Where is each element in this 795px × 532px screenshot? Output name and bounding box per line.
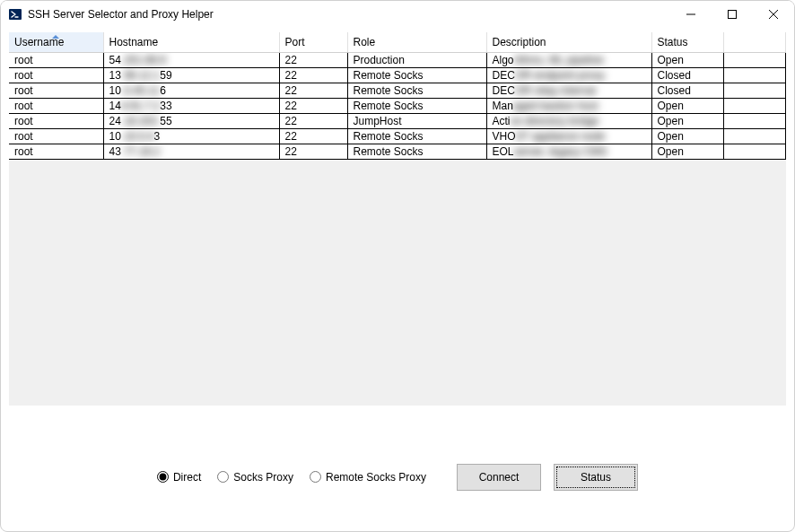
col-header-status[interactable]: Status bbox=[651, 32, 723, 52]
table-row[interactable]: root10.0.45.11622Remote SocksDECOR relay… bbox=[9, 83, 786, 98]
cell-status: Closed bbox=[651, 67, 723, 83]
cell-username: root bbox=[9, 67, 103, 83]
cell-port: 22 bbox=[279, 128, 347, 144]
cell-hostname: 10.0.45.116 bbox=[103, 83, 279, 98]
titlebar: SSH Server Selector and Proxy Helper bbox=[1, 1, 794, 28]
cell-port: 22 bbox=[279, 67, 347, 83]
table-row[interactable]: root144.91.7.23322Remote SocksManaged ba… bbox=[9, 98, 786, 113]
header-row: Username Hostname Port Role Description … bbox=[9, 32, 786, 52]
cell-status: Open bbox=[651, 113, 723, 128]
cell-role: Remote Socks bbox=[347, 98, 486, 113]
powershell-icon bbox=[8, 7, 22, 22]
col-header-pad bbox=[723, 32, 786, 52]
cell-pad bbox=[723, 98, 786, 113]
cell-role: Remote Socks bbox=[347, 128, 486, 144]
cell-pad bbox=[723, 67, 786, 83]
radio-direct[interactable]: Direct bbox=[157, 471, 201, 484]
cell-username: root bbox=[9, 113, 103, 128]
cell-port: 22 bbox=[279, 144, 347, 159]
cell-pad bbox=[723, 52, 786, 67]
cell-pad bbox=[723, 113, 786, 128]
cell-hostname: 13.58.12.159 bbox=[103, 67, 279, 83]
cell-role: Remote Socks bbox=[347, 67, 486, 83]
close-button[interactable] bbox=[753, 1, 794, 28]
cell-description: DECOR relay internal bbox=[486, 83, 651, 98]
cell-hostname: 24.18.203.55 bbox=[103, 113, 279, 128]
cell-hostname: 43.77.19.2 bbox=[103, 144, 279, 159]
cell-username: root bbox=[9, 83, 103, 98]
maximize-button[interactable] bbox=[712, 1, 753, 28]
col-header-description[interactable]: Description bbox=[486, 32, 651, 52]
cell-username: root bbox=[9, 128, 103, 144]
proxy-mode-group: Direct Socks Proxy Remote Socks Proxy bbox=[157, 471, 426, 484]
cell-role: Remote Socks bbox=[347, 144, 486, 159]
col-header-role[interactable]: Role bbox=[347, 32, 486, 52]
col-header-port[interactable]: Port bbox=[279, 32, 347, 52]
cell-role: Production bbox=[347, 52, 486, 67]
cell-hostname: 10.10.0.43 bbox=[103, 128, 279, 144]
cell-description: Managed bastion host bbox=[486, 98, 651, 113]
cell-description: EOL server, legacy CMS bbox=[486, 144, 651, 159]
cell-description: VHOST appliance node bbox=[486, 128, 651, 144]
cell-port: 22 bbox=[279, 52, 347, 67]
cell-pad bbox=[723, 128, 786, 144]
cell-description: Algorithms, ML pipeline bbox=[486, 52, 651, 67]
cell-pad bbox=[723, 83, 786, 98]
cell-status: Open bbox=[651, 98, 723, 113]
cell-role: JumpHost bbox=[347, 113, 486, 128]
table-row[interactable]: root10.10.0.4322Remote SocksVHOST applia… bbox=[9, 128, 786, 144]
radio-socks-input[interactable] bbox=[217, 471, 229, 483]
radio-direct-label: Direct bbox=[173, 471, 201, 484]
client-area: Username Hostname Port Role Description … bbox=[1, 28, 794, 531]
radio-socks-label: Socks Proxy bbox=[233, 471, 293, 484]
cell-username: root bbox=[9, 52, 103, 67]
cell-hostname: 144.91.7.233 bbox=[103, 98, 279, 113]
status-button[interactable]: Status bbox=[554, 464, 638, 491]
cell-username: root bbox=[9, 144, 103, 159]
table-row[interactable]: root54.201.88.922ProductionAlgorithms, M… bbox=[9, 52, 786, 67]
server-grid[interactable]: Username Hostname Port Role Description … bbox=[8, 31, 787, 406]
cell-port: 22 bbox=[279, 113, 347, 128]
cell-port: 22 bbox=[279, 98, 347, 113]
cell-status: Open bbox=[651, 128, 723, 144]
minimize-button[interactable] bbox=[670, 1, 712, 28]
radio-remote-socks-label: Remote Socks Proxy bbox=[326, 471, 426, 484]
app-window: SSH Server Selector and Proxy Helper Use… bbox=[0, 0, 795, 532]
cell-username: root bbox=[9, 98, 103, 113]
bottom-panel: Direct Socks Proxy Remote Socks Proxy Co… bbox=[8, 406, 787, 522]
cell-status: Open bbox=[651, 52, 723, 67]
cell-description: Active directory bridge bbox=[486, 113, 651, 128]
cell-role: Remote Socks bbox=[347, 83, 486, 98]
radio-socks[interactable]: Socks Proxy bbox=[217, 471, 293, 484]
cell-hostname: 54.201.88.9 bbox=[103, 52, 279, 67]
cell-status: Closed bbox=[651, 83, 723, 98]
radio-remote-socks-input[interactable] bbox=[310, 471, 321, 483]
window-title: SSH Server Selector and Proxy Helper bbox=[28, 8, 214, 21]
cell-port: 22 bbox=[279, 83, 347, 98]
cell-pad bbox=[723, 144, 786, 159]
radio-direct-input[interactable] bbox=[157, 471, 169, 483]
table-row[interactable]: root13.58.12.15922Remote SocksDECOR endp… bbox=[9, 67, 786, 83]
table-row[interactable]: root24.18.203.5522JumpHostActive directo… bbox=[9, 113, 786, 128]
svg-rect-3 bbox=[729, 11, 737, 19]
col-header-hostname[interactable]: Hostname bbox=[103, 32, 279, 52]
table-row[interactable]: root43.77.19.222Remote SocksEOL server, … bbox=[9, 144, 786, 159]
col-header-username[interactable]: Username bbox=[9, 32, 103, 52]
cell-status: Open bbox=[651, 144, 723, 159]
cell-description: DECOR endpoint proxy bbox=[486, 67, 651, 83]
connect-button[interactable]: Connect bbox=[457, 464, 541, 491]
radio-remote-socks[interactable]: Remote Socks Proxy bbox=[310, 471, 426, 484]
